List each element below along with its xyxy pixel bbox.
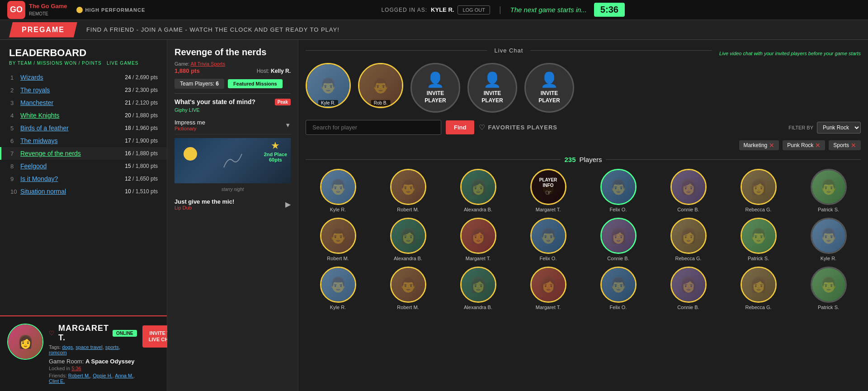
player-item-robert-m-3[interactable]: 👨 Robert M. [376,267,440,310]
player-item-rebecca-g-3[interactable]: 👩 Rebecca G. [726,267,791,310]
featured-missions-badge[interactable]: Featured Missions [228,79,283,88]
go-logo-icon: GO [7,1,25,19]
players-grid-row1: 👨 Kyle R. 👨 Robert M. 👩 Alexandra B. 👩 [306,169,861,212]
perf-dot-icon [76,7,83,13]
game-title: Revenge of the nerds [175,47,291,57]
leaderboard-section: LEADERBOARD BY TEAM / MISSIONS WON / POI… [0,40,167,315]
play-icon[interactable]: ▶ [285,200,291,209]
chevron-down-icon[interactable]: ▼ [285,122,291,129]
player-item-connie-b-2[interactable]: 👩 Connie B. [586,218,651,261]
player-item-robert-m-2[interactable]: 👨 Robert M. [306,218,370,261]
chat-avatar-rob[interactable]: 👨 Rob B. [358,63,403,108]
player-item-alexandra-b-2[interactable]: 👩 Alexandra B. [376,218,440,261]
live-chat-header: Live Chat [306,47,712,54]
invite-slot-2[interactable]: 👤 INVITEPLAYER [467,63,517,113]
player-item-margaret-t-3[interactable]: 👩 Margaret T. [516,267,580,310]
moon-shape [184,147,197,161]
player-tags: Tags: dogs, space travel, sports, romcom [49,344,137,355]
remove-sports-tag[interactable]: ✕ [851,142,856,149]
player-item-felix-o-1[interactable]: 👨 Felix O. [586,169,651,212]
live-chat-label: Live Chat [491,47,527,54]
favorites-row: ♡ FAVORITES PLAYERS [479,123,784,132]
chat-avatar-kyle[interactable]: 👨 Kyle R. [306,63,351,108]
remove-marketing-tag[interactable]: ✕ [769,142,774,149]
player-item-felix-o-2[interactable]: 👨 Felix O. [516,218,580,261]
pregame-description: FIND A FRIEND - JOIN A GAME - WATCH THE … [86,26,340,33]
locked-text: Locked in 5:36 [49,366,137,371]
player-item-kyle-r-1[interactable]: 👨 Kyle R. [306,169,370,212]
mission2-row: Impress me Pictionary ▼ [175,116,291,134]
player-item-connie-b-1[interactable]: 👩 Connie B. [656,169,721,212]
leaderboard-subtitle: BY TEAM / MISSIONS WON / POINTS LIVE GAM… [0,61,167,71]
player-item-patrick-s-3[interactable]: 👨 Patrick S. [796,267,861,310]
right-panel: Live Chat Live video chat with your invi… [298,40,868,391]
player-item-kyle-r-3[interactable]: 👨 Kyle R. [306,267,370,310]
leaderboard-row-8[interactable]: 8 Feelgood 15 / 1,800 pts [0,160,167,172]
search-row: Find ♡ FAVORITES PLAYERS FILTER BY Punk … [306,120,861,135]
player-item-patrick-s-2[interactable]: 👨 Patrick S. [726,218,791,261]
players-count: 235 [564,156,576,163]
player-item-kyle-r-2[interactable]: 👨 Kyle R. [796,218,861,261]
player-item-alexandra-b-1[interactable]: 👩 Alexandra B. [446,169,510,212]
mission2-name: Impress me [175,119,205,126]
topbar-divider: | [499,5,501,14]
topbar: GO The Go Game REMOTE HIGH PERFORMANCE L… [0,0,868,20]
player-info: ♡ MARGARET T. ONLINE Tags: dogs, space t… [49,324,137,384]
leaderboard-row-3[interactable]: 3 Manchester 21 / 2,120 pts [0,96,167,109]
pregame-tab[interactable]: PREGAME [9,22,77,38]
players-header: 235 Players [306,156,861,163]
leaderboard-row-1[interactable]: 1 Wizards 24 / 2,690 pts [0,71,167,84]
players-grid-row3: 👨 Kyle R. 👨 Robert M. 👩 Alexandra B. 👩 [306,267,861,310]
live-games-badge: LIVE GAMES [107,61,139,66]
logo-area: GO The Go Game REMOTE [7,1,67,19]
player-avatar-large: 👩 [7,324,43,360]
leaderboard-row-7[interactable]: 7 Revenge of the nerds 16 / 1,880 pts [0,147,167,160]
logout-button[interactable]: LOG OUT [458,5,490,14]
topbar-middle: LOGGED IN AS: KYLE R. LOG OUT | The next… [145,3,861,17]
player-info-overlay: PLAYERINFO ☞ [532,170,565,204]
leaderboard-row-2[interactable]: 2 The royals 23 / 2,300 pts [0,84,167,96]
perf-label: HIGH PERFORMANCE [85,7,146,13]
logged-in-name: KYLE R. [431,6,454,13]
filter-select[interactable]: Punk Rock Marketing Sports [817,122,861,134]
find-button[interactable]: Find [446,120,474,134]
invite-slot-3[interactable]: 👤 INVITEPLAYER [524,63,574,113]
filter-row: FILTER BY Punk Rock Marketing Sports [788,122,861,134]
leaderboard-row-10[interactable]: 10 Situation normal 10 / 1,510 pts [0,185,167,198]
player-name-row: ♡ MARGARET T. ONLINE [49,324,137,343]
player-item-patrick-s-1[interactable]: 👨 Patrick S. [796,169,861,212]
leaderboard-row-6[interactable]: 6 The midways 17 / 1,900 pts [0,134,167,147]
filter-by-label: FILTER BY [788,125,813,130]
online-badge: ONLINE [113,330,137,337]
remove-punkrock-tag[interactable]: ✕ [815,142,821,149]
invite-slot-1[interactable]: 👤 INVITEPLAYER [410,63,460,113]
leaderboard-row-4[interactable]: 4 White Knights 20 / 1,880 pts [0,109,167,122]
next-game-text: The next game starts in... [510,6,587,14]
tag-filters: Marketing ✕ Punk Rock ✕ Sports ✕ [306,140,861,150]
heart-fav-icon: ♡ [479,123,485,132]
player-item-alexandra-b-3[interactable]: 👩 Alexandra B. [446,267,510,310]
search-input[interactable] [306,120,441,135]
game-type-link[interactable]: All Trivia Sports [190,61,225,67]
team-players-badge: Team Players: 6 [175,79,224,89]
player-item-robert-m-1[interactable]: 👨 Robert M. [376,169,440,212]
mission1-title: What's your state of mind? [175,98,255,105]
peak-badge: Peak [275,99,291,105]
player-item-margaret-t-1[interactable]: 👩 PLAYERINFO ☞ Margaret T. [516,169,580,212]
heart-icon: ♡ [49,329,55,337]
player-item-felix-o-3[interactable]: 👨 Felix O. [586,267,651,310]
leaderboard-title: LEADERBOARD [0,47,167,61]
star-icon: ★ [271,140,280,151]
favorites-label[interactable]: FAVORITES PLAYERS [488,124,557,131]
leaderboard-row-5[interactable]: 5 Birds of a feather 18 / 1,960 pts [0,122,167,134]
logged-in-label: LOGGED IN AS: [381,7,427,13]
player-item-margaret-t-2[interactable]: 👩 Margaret T. [446,218,510,261]
player-item-rebecca-g-1[interactable]: 👩 Rebecca G. [726,169,791,212]
game-meta: Game: All Trivia Sports [175,61,291,67]
chat-hint: Live video chat with your invited player… [719,51,861,56]
left-panel: LEADERBOARD BY TEAM / MISSIONS WON / POI… [0,40,167,391]
player-item-rebecca-g-2[interactable]: 👩 Rebecca G. [656,218,721,261]
game-room: Game Room: A Space Odyssey [49,358,137,365]
leaderboard-row-9[interactable]: 9 Is it Monday? 12 / 1,650 pts [0,172,167,185]
player-item-connie-b-3[interactable]: 👩 Connie B. [656,267,721,310]
